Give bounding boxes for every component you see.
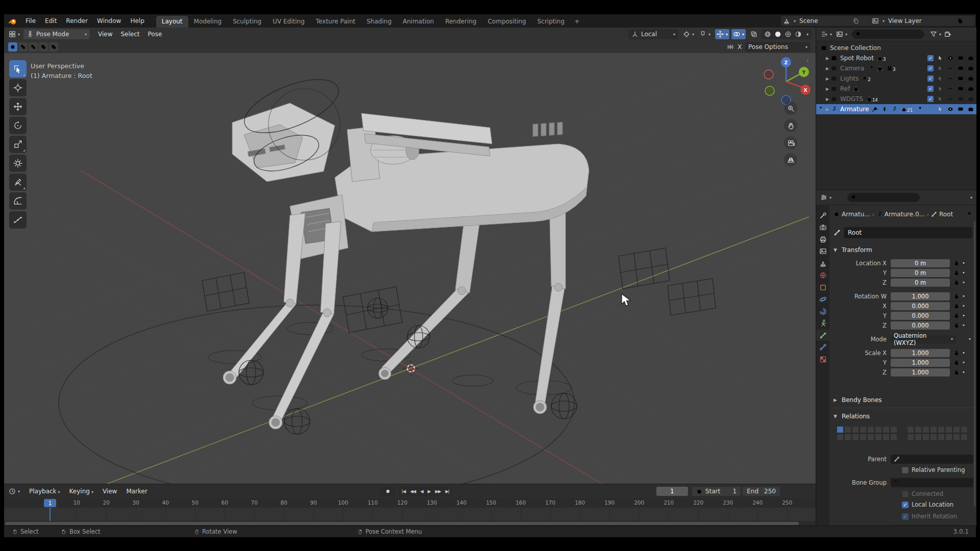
bone-layers-block-1[interactable] [837, 426, 902, 441]
checkbox-row-connected[interactable]: Connected• [902, 490, 943, 497]
previous-keyframe-button[interactable]: ◀◀ [410, 489, 415, 494]
orientation-dropdown[interactable]: Local ▾ [628, 29, 678, 39]
tool-transform[interactable] [9, 155, 27, 172]
checkbox-row-inherit-rotation[interactable]: ✓Inherit Rotation• [902, 513, 957, 520]
checkbox-icon[interactable]: ✓ [927, 96, 934, 102]
bone-layer-cell[interactable] [890, 434, 897, 441]
select-invert-button[interactable] [39, 42, 48, 52]
xray-toggle[interactable] [749, 29, 759, 39]
value-slider[interactable]: 0 m [891, 279, 950, 287]
pose-options-dropdown[interactable]: Pose Options▾ [745, 42, 811, 52]
viewport-menu-select[interactable]: Select [117, 31, 144, 38]
disclosure-triangle-icon[interactable]: ▶ [824, 77, 830, 81]
auto-key-button[interactable] [380, 486, 396, 496]
scene-selector[interactable]: ▾ Scene [781, 16, 871, 26]
chevron-down-icon[interactable]: ▾ [806, 32, 808, 37]
outliner-scene-mode[interactable]: ▾ [835, 29, 849, 39]
bone-layer-cell[interactable] [883, 434, 890, 441]
outliner-filter-button[interactable]: ▾ [928, 29, 943, 39]
value-slider[interactable]: 1.000 [891, 368, 950, 377]
properties-search-input[interactable] [847, 193, 920, 202]
new-collection-button[interactable] [943, 29, 953, 39]
checkbox-row-local-location[interactable]: ✓Local Location• [902, 501, 953, 508]
tool-annotate[interactable] [9, 173, 27, 191]
workspace-tab-scripting[interactable]: Scripting [532, 16, 570, 28]
outliner-row-armature[interactable]: ▶Armature21 [816, 104, 976, 114]
select-extend-button[interactable] [18, 42, 28, 52]
close-icon[interactable] [966, 17, 973, 24]
animate-dot-icon[interactable]: • [960, 350, 967, 356]
outliner-row-ref[interactable]: ▶Ref✓ [816, 84, 976, 94]
bone-name-field[interactable]: Root [844, 227, 972, 238]
bone-group-field[interactable] [891, 478, 973, 487]
value-slider[interactable]: 1.000 [891, 359, 950, 367]
outliner-display-mode[interactable]: ▾ [819, 29, 834, 39]
disclosure-triangle-icon[interactable]: ▶ [824, 56, 830, 61]
zoom-button[interactable] [784, 102, 797, 115]
checkbox-icon[interactable]: ✓ [927, 65, 934, 71]
play-reverse-button[interactable]: ◀ [420, 489, 423, 494]
checkbox-row-relative-parenting[interactable]: Relative Parenting• [902, 466, 965, 473]
viewport-menu-view[interactable]: View [94, 31, 116, 38]
bone-layer-cell[interactable] [837, 426, 844, 433]
rotation-mode-dropdown[interactable]: Quaternion (WXYZ)▾ [891, 335, 956, 343]
close-icon[interactable] [862, 17, 869, 24]
timeline-menu-view[interactable]: View [98, 488, 121, 495]
outliner-row-spot-robot[interactable]: ▶Spot Robot3✓ [816, 53, 976, 63]
select-intersect-button[interactable] [49, 42, 58, 52]
bone-layer-cell[interactable] [907, 434, 914, 441]
mirror-butterfly-icon[interactable] [727, 43, 734, 51]
shading-solid-button[interactable] [774, 31, 781, 38]
chevron-down-icon[interactable]: ▾ [970, 195, 972, 200]
animate-dot-icon[interactable]: • [960, 313, 967, 318]
grid-perspective-button[interactable] [784, 153, 797, 166]
properties-tab-scene[interactable] [816, 258, 829, 269]
disclosure-triangle-icon[interactable]: ▶ [824, 97, 830, 102]
timeline-ruler[interactable]: 1 10203040506070809010011012013014015016… [4, 498, 816, 508]
nav-gizmo[interactable]: Z Y X [764, 57, 811, 105]
outliner-search-input[interactable] [852, 30, 924, 39]
select-set-button[interactable] [8, 42, 17, 52]
snap-button[interactable]: ▾ [698, 29, 712, 39]
animate-dot-icon[interactable]: • [960, 322, 967, 328]
animate-dot-icon[interactable]: • [960, 280, 967, 285]
bone-layer-cell[interactable] [907, 426, 914, 433]
value-slider[interactable]: 0 m [891, 269, 950, 277]
bone-layer-cell[interactable] [953, 426, 960, 433]
relations-panel-header[interactable]: ▼Relations [834, 413, 870, 420]
tool-rotate[interactable] [9, 117, 27, 134]
value-slider[interactable]: 0 m [891, 259, 950, 267]
checkbox-icon[interactable]: ✓ [927, 76, 934, 82]
properties-scrollbar[interactable] [974, 221, 975, 507]
disclosure-triangle-icon[interactable]: ▶ [824, 107, 830, 112]
animate-dot-icon[interactable]: • [960, 270, 967, 276]
gizmos-toggle[interactable]: ▾ [715, 29, 729, 39]
bendy-bones-panel-header[interactable]: ▶Bendy Bones [834, 396, 882, 404]
checkbox-icon[interactable]: ✓ [927, 55, 934, 61]
breadcrumb-bone[interactable]: Root [939, 211, 953, 218]
workspace-tab-uv-editing[interactable]: UV Editing [267, 16, 310, 28]
playhead-line[interactable] [50, 508, 51, 521]
bone-layer-cell[interactable] [915, 434, 922, 441]
bone-layer-cell[interactable] [938, 434, 945, 441]
bone-layer-cell[interactable] [867, 434, 874, 441]
bone-layer-cell[interactable] [915, 426, 922, 433]
topbar-menu-file[interactable]: File [21, 14, 40, 28]
bone-layer-cell[interactable] [930, 434, 937, 441]
bone-layer-cell[interactable] [945, 434, 952, 441]
workspace-tab-rendering[interactable]: Rendering [439, 16, 482, 28]
topbar-menu-window[interactable]: Window [92, 14, 126, 28]
pin-icon[interactable] [966, 211, 972, 217]
breadcrumb-armature[interactable]: Armature.0... [885, 211, 925, 218]
properties-tab-world[interactable] [816, 270, 829, 281]
camera-view-button[interactable] [784, 136, 797, 149]
tool-move[interactable] [9, 98, 27, 115]
tool-pose-breakdowner[interactable] [9, 211, 27, 229]
value-slider[interactable]: 1.000 [891, 349, 950, 357]
value-slider[interactable]: 0.000 [891, 321, 950, 330]
pan-hand-button[interactable] [784, 119, 797, 132]
workspace-tab-layout[interactable]: Layout [156, 16, 188, 28]
view-layer-selector[interactable]: ▾ View Layer [870, 16, 975, 26]
bone-layer-cell[interactable] [890, 426, 897, 433]
animate-dot-icon[interactable]: • [966, 336, 973, 342]
